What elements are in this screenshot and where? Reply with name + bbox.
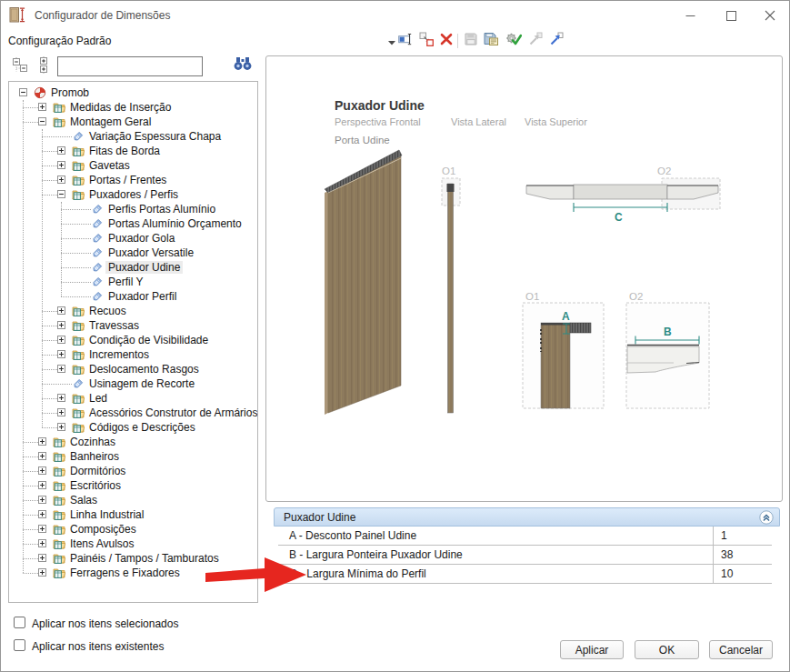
- tree-expander[interactable]: [38, 103, 46, 111]
- tree-item[interactable]: Cozinhas: [9, 435, 257, 449]
- tree-item[interactable]: Deslocamento Rasgos: [9, 362, 257, 376]
- link-disabled-button[interactable]: [525, 32, 545, 50]
- tree-item[interactable]: Portas Alumínio Orçamento: [9, 216, 257, 231]
- tree-connector: [42, 311, 57, 312]
- tag-icon: [91, 261, 104, 274]
- tag-icon: [91, 217, 104, 230]
- close-button[interactable]: [755, 4, 785, 28]
- tree-item[interactable]: Gavetas: [9, 158, 257, 173]
- collapse-all-button[interactable]: [12, 57, 30, 75]
- tree-item[interactable]: Linha Industrial: [9, 507, 257, 522]
- property-group-header[interactable]: Puxador Udine: [274, 507, 780, 527]
- tree-item[interactable]: Puxadores / Perfis: [9, 187, 257, 202]
- tree-item[interactable]: Dormitórios: [9, 464, 257, 478]
- tree-expander[interactable]: [57, 321, 65, 329]
- property-grid: A - Desconto Painel Udine 1 B - Largura …: [278, 527, 772, 585]
- tree-expander[interactable]: [57, 365, 65, 373]
- tree-item[interactable]: Usinagem de Recorte: [9, 376, 257, 391]
- property-value[interactable]: 38: [713, 546, 772, 564]
- tree-item[interactable]: Medidas de Inserção: [9, 100, 257, 115]
- tree-item[interactable]: Composições: [9, 522, 257, 537]
- collapse-group-button[interactable]: [759, 510, 774, 525]
- tree-item[interactable]: Promob: [9, 85, 257, 100]
- tree-item[interactable]: Puxador Udine: [9, 260, 257, 275]
- tree-expander[interactable]: [57, 336, 65, 344]
- folder-icon: [72, 406, 85, 419]
- tree-item[interactable]: Escritórios: [9, 478, 257, 493]
- tree-expander[interactable]: [57, 423, 65, 431]
- folder-icon: [53, 465, 65, 477]
- tree-expander[interactable]: [38, 525, 46, 533]
- duplicate-configuration-button[interactable]: [416, 32, 436, 50]
- tree-expander[interactable]: [38, 510, 46, 518]
- apply-selected-checkbox[interactable]: [14, 617, 25, 628]
- find-button[interactable]: [234, 56, 252, 75]
- tree-item[interactable]: Portas / Frentes: [9, 173, 257, 187]
- tree-item[interactable]: Incrementos: [9, 347, 257, 362]
- tree-item[interactable]: Puxador Versatile: [9, 246, 257, 260]
- tree-item[interactable]: Fitas de Borda: [9, 144, 257, 158]
- tree-item[interactable]: Led: [9, 391, 257, 406]
- tree-item[interactable]: Salas: [9, 493, 257, 507]
- tree-expander[interactable]: [38, 466, 46, 475]
- configuration-combo[interactable]: Configuração Padrão: [8, 35, 111, 47]
- tree-expander[interactable]: [57, 306, 65, 315]
- tree-item[interactable]: Códigos e Descrições: [9, 420, 257, 435]
- property-value[interactable]: 10: [713, 565, 772, 583]
- tree-expander[interactable]: [57, 408, 65, 416]
- property-value[interactable]: 1: [713, 527, 772, 545]
- tree-expander[interactable]: [57, 190, 65, 198]
- binoculars-icon: [233, 55, 253, 75]
- tree-item[interactable]: Perfis Portas Alumínio: [9, 202, 257, 216]
- tree-expander[interactable]: [57, 350, 65, 358]
- tree-expander[interactable]: [38, 539, 46, 547]
- tree-expander[interactable]: [57, 176, 65, 184]
- maximize-button[interactable]: [715, 4, 746, 28]
- search-input[interactable]: [57, 56, 203, 76]
- tag-icon: [91, 246, 104, 259]
- tree-expander[interactable]: [57, 394, 65, 402]
- save-as-button[interactable]: [482, 32, 502, 50]
- tree-expander[interactable]: [57, 146, 65, 155]
- tree-expander[interactable]: [38, 452, 46, 460]
- ok-button[interactable]: OK: [635, 640, 699, 659]
- tree-connector: [23, 529, 38, 530]
- folder-icon: [72, 363, 85, 376]
- cancel-button[interactable]: Cancelar: [709, 640, 773, 659]
- top-view: [526, 178, 720, 212]
- apply-existing-checkbox[interactable]: [14, 639, 25, 651]
- minimize-button[interactable]: [675, 4, 705, 28]
- tag-icon: [91, 290, 104, 303]
- view-label-frontal: Perspectiva Frontal: [335, 116, 421, 127]
- tree-expander[interactable]: [57, 161, 65, 169]
- tree-item[interactable]: Acessórios Construtor de Armários: [9, 406, 257, 420]
- tree-item[interactable]: Banheiros: [9, 449, 257, 464]
- tree-expander[interactable]: [38, 481, 46, 489]
- tree-expander[interactable]: [38, 496, 46, 504]
- tree-item[interactable]: Puxador Gola: [9, 231, 257, 246]
- tree-item[interactable]: Recuos: [9, 304, 257, 318]
- delete-configuration-button[interactable]: [436, 32, 456, 50]
- tree-item[interactable]: Puxador Perfil: [9, 289, 257, 304]
- link-configuration-button[interactable]: [546, 32, 566, 50]
- tree-item[interactable]: Variação Espessura Chapa: [9, 129, 257, 144]
- tree-item[interactable]: Perfil Y: [9, 275, 257, 289]
- apply-settings-button[interactable]: [504, 32, 524, 50]
- tree-expander[interactable]: [19, 88, 27, 96]
- tree-expander[interactable]: [38, 117, 46, 125]
- expand-all-button[interactable]: [35, 57, 53, 75]
- tree-item[interactable]: Montagem Geral: [9, 115, 257, 129]
- tree-expander[interactable]: [38, 437, 46, 446]
- tag-icon: [91, 203, 104, 216]
- tree-expander[interactable]: [38, 554, 46, 562]
- tree-item[interactable]: Travessas: [9, 318, 257, 333]
- tree-expander[interactable]: [38, 568, 46, 577]
- folder-icon: [72, 159, 85, 172]
- tree-connector: [42, 151, 57, 152]
- rename-configuration-button[interactable]: [395, 32, 415, 50]
- apply-button[interactable]: Aplicar: [560, 640, 624, 659]
- folder-icon: [53, 115, 65, 128]
- save-button[interactable]: [461, 32, 481, 50]
- tree-item[interactable]: Condição de Visibilidade: [9, 333, 257, 347]
- tree-item[interactable]: Itens Avulsos: [9, 537, 257, 551]
